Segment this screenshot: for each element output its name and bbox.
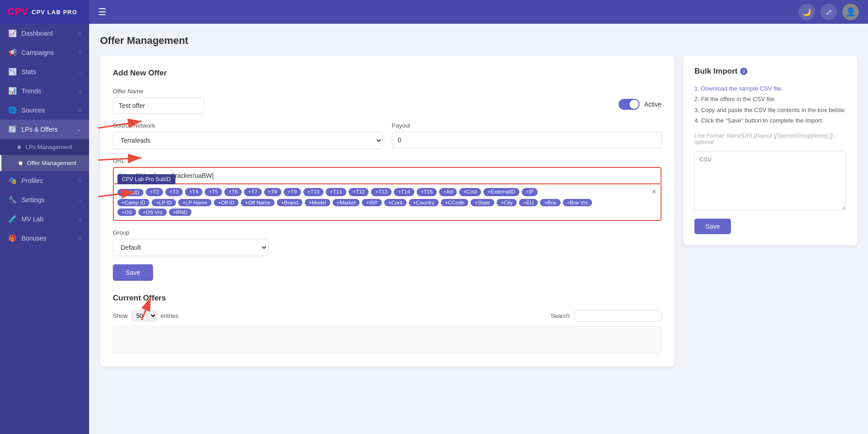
- token-lpid[interactable]: +LP ID: [152, 199, 176, 206]
- url-input[interactable]: [114, 168, 661, 183]
- sidebar-item-offer-management[interactable]: Offer Management: [0, 155, 89, 171]
- token-t2[interactable]: +T2: [146, 188, 163, 196]
- bulk-import-save-button[interactable]: Save: [694, 219, 731, 234]
- chevron-campaigns: ›: [79, 50, 81, 55]
- token-city[interactable]: +City: [497, 199, 517, 206]
- token-t8[interactable]: +T8: [264, 188, 281, 196]
- token-t4[interactable]: +T4: [185, 188, 202, 196]
- dashboard-icon: 📈: [8, 29, 17, 38]
- token-offid[interactable]: +Off ID: [214, 199, 239, 206]
- token-market[interactable]: +Market: [333, 199, 360, 206]
- theme-toggle-button[interactable]: 🌙: [799, 4, 815, 20]
- token-brand[interactable]: +Brand: [277, 199, 302, 206]
- token-cost[interactable]: +Cost: [459, 188, 481, 196]
- sidebar-label-bonuses: Bonuses: [21, 235, 46, 242]
- sidebar-label-offer-management: Offer Management: [27, 160, 76, 166]
- sidebar-logo: CPV CPV LAB PRO: [0, 0, 89, 24]
- offer-name-input[interactable]: [113, 97, 205, 114]
- sidebar-item-lps-management[interactable]: LPs Management: [0, 139, 89, 155]
- sidebar-nav: 📈 Dashboard › 📢 Campaigns › 📉 Stats › 📊 …: [0, 24, 89, 434]
- active-toggle[interactable]: [619, 99, 640, 110]
- token-t9[interactable]: +T9: [284, 188, 301, 196]
- sidebar-item-profiles[interactable]: 🎭 Profiles ›: [0, 171, 89, 190]
- sidebar-item-stats[interactable]: 📉 Stats ›: [0, 62, 89, 81]
- token-campid[interactable]: +Camp ID: [117, 199, 149, 206]
- token-t5[interactable]: +T5: [205, 188, 222, 196]
- token-ad[interactable]: +Ad: [439, 188, 457, 196]
- token-t7[interactable]: +T7: [244, 188, 261, 196]
- save-offer-button[interactable]: Save: [113, 264, 153, 281]
- content-grid: Add New Offer Offer Name Active Sour: [100, 56, 857, 366]
- url-input-wrapper: [113, 167, 662, 184]
- bulk-step2: 2. Fill the offers in the CSV file.: [694, 94, 846, 104]
- logo-text: CPV LAB PRO: [32, 9, 77, 16]
- hamburger-button[interactable]: ☰: [98, 6, 106, 17]
- token-os[interactable]: +OS: [117, 209, 136, 216]
- sidebar-label-mv-lab: MV Lab: [21, 215, 43, 223]
- token-subid[interactable]: +SubID: [117, 189, 143, 196]
- sidebar-item-lps-offers[interactable]: 🔄 LPs & Offers ⌄: [0, 120, 89, 139]
- token-externalid[interactable]: +ExternalID: [483, 188, 519, 196]
- expand-button[interactable]: ⤢: [820, 4, 837, 20]
- source-select[interactable]: Terraleads Default Custom: [113, 132, 383, 149]
- token-t3[interactable]: +T3: [165, 188, 183, 196]
- table-controls: Show 50 25 100 entries Search:: [113, 310, 662, 321]
- download-csv-link[interactable]: 1. Download the sample CSV file.: [694, 85, 783, 92]
- token-country[interactable]: +Country: [409, 199, 439, 206]
- token-t14[interactable]: +T14: [394, 188, 414, 196]
- token-brwvrs[interactable]: +Brw Vrs: [563, 199, 593, 206]
- sidebar-label-sources: Sources: [21, 107, 45, 114]
- dot-offer-management: [19, 161, 22, 165]
- token-brw[interactable]: +Brw: [540, 199, 561, 206]
- sidebar-item-dashboard[interactable]: 📈 Dashboard ›: [0, 24, 89, 43]
- token-lpname[interactable]: +LP Name: [178, 199, 211, 206]
- search-input[interactable]: [575, 310, 662, 321]
- token-eu[interactable]: +EU: [519, 199, 538, 206]
- sidebar-item-bonuses[interactable]: 🎁 Bonuses ›: [0, 229, 89, 248]
- sub-nav-lps-offers: LPs Management Offer Management: [0, 139, 89, 171]
- token-ccode[interactable]: +CCode: [441, 199, 469, 206]
- sidebar-item-trends[interactable]: 📊 Trends ›: [0, 81, 89, 101]
- chevron-mv-lab: ›: [79, 216, 81, 222]
- close-token-area-button[interactable]: ✕: [651, 188, 657, 195]
- user-avatar-button[interactable]: 👤: [842, 4, 859, 20]
- active-toggle-row: Active: [619, 99, 662, 110]
- token-osvrs[interactable]: +OS Vrs: [138, 209, 166, 216]
- add-offer-title: Add New Offer: [113, 69, 662, 78]
- sidebar-item-sources[interactable]: 🌐 Sources ›: [0, 101, 89, 120]
- token-t6[interactable]: +T6: [224, 188, 242, 196]
- group-select[interactable]: Default Group 1: [113, 239, 268, 256]
- token-t11[interactable]: +T11: [326, 188, 346, 196]
- source-payout-row: Source/Network Terraleads Default Custom…: [113, 122, 662, 149]
- entries-select[interactable]: 50 25 100: [132, 310, 157, 321]
- token-ip[interactable]: +IP: [522, 188, 538, 196]
- csv-textarea[interactable]: [694, 151, 846, 210]
- sidebar-label-dashboard: Dashboard: [21, 30, 53, 37]
- token-state[interactable]: +State: [471, 199, 494, 206]
- token-offname[interactable]: +Off Name: [241, 199, 275, 206]
- token-rnd[interactable]: +RND: [169, 209, 192, 216]
- table-show-row: Show 50 25 100 entries: [113, 310, 179, 321]
- trends-icon: 📊: [8, 87, 17, 95]
- sidebar-item-campaigns[interactable]: 📢 Campaigns ›: [0, 43, 89, 62]
- sidebar-item-settings[interactable]: 🔧 Settings ›: [0, 190, 89, 209]
- main-wrapper: ☰ 🌙 ⤢ 👤 Offer Management Add New Offer O…: [89, 0, 868, 434]
- topbar: ☰ 🌙 ⤢ 👤: [89, 0, 868, 24]
- chevron-bonuses: ›: [79, 236, 81, 241]
- token-isp[interactable]: +ISP: [362, 199, 381, 206]
- sidebar-item-mv-lab[interactable]: 🧪 MV Lab ›: [0, 209, 89, 229]
- moon-icon: 🌙: [802, 8, 811, 16]
- chevron-profiles: ›: [79, 178, 81, 183]
- payout-group: Payout: [392, 122, 662, 149]
- token-cont[interactable]: +Cont: [384, 199, 407, 206]
- token-t10[interactable]: +T10: [303, 188, 324, 196]
- token-t15[interactable]: +T15: [417, 188, 437, 196]
- url-token-wrapper: ✕ CPV Lab Pro SubID +SubID +T2 +T3 +T4 +…: [113, 167, 662, 221]
- token-tags-row3: +OS +OS Vrs +RND: [117, 209, 657, 216]
- token-t13[interactable]: +T13: [371, 188, 392, 196]
- payout-input[interactable]: [392, 132, 662, 148]
- chevron-lps-offers: ⌄: [77, 127, 81, 133]
- token-model[interactable]: +Model: [305, 199, 330, 206]
- bulk-step3: 3. Copy and paste the CSV file contents …: [694, 105, 846, 115]
- token-t12[interactable]: +T12: [349, 188, 369, 196]
